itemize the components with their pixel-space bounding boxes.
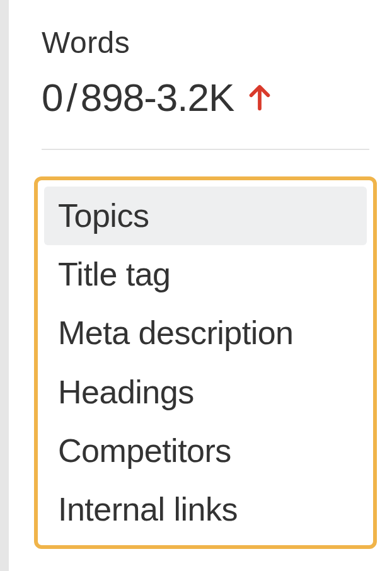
menu-item-topics[interactable]: Topics xyxy=(44,187,367,245)
panel-root: Words 0 / 898-3.2K Topics Title tag Meta… xyxy=(0,0,392,571)
menu-box: Topics Title tag Meta description Headin… xyxy=(34,176,377,549)
words-value-row: 0 / 898-3.2K xyxy=(42,75,392,120)
menu-item-competitors[interactable]: Competitors xyxy=(44,422,367,480)
arrow-up-icon xyxy=(245,83,274,112)
panel-left-border xyxy=(0,0,9,571)
menu-item-label: Headings xyxy=(58,374,194,410)
menu-item-label: Internal links xyxy=(58,491,238,528)
words-separator: / xyxy=(66,75,76,120)
menu-item-headings[interactable]: Headings xyxy=(44,363,367,422)
menu-item-label: Topics xyxy=(58,197,149,234)
menu-item-label: Competitors xyxy=(58,432,231,469)
panel-content: Words 0 / 898-3.2K Topics Title tag Meta… xyxy=(9,0,392,571)
menu-item-label: Title tag xyxy=(58,256,171,292)
words-current: 0 xyxy=(42,75,62,120)
divider xyxy=(42,149,369,150)
words-range: 898-3.2K xyxy=(81,75,234,120)
menu-item-meta-description[interactable]: Meta description xyxy=(44,304,367,362)
words-label: Words xyxy=(42,25,392,60)
menu-item-title-tag[interactable]: Title tag xyxy=(44,245,367,304)
menu-item-internal-links[interactable]: Internal links xyxy=(44,480,367,539)
menu-item-label: Meta description xyxy=(58,314,294,351)
